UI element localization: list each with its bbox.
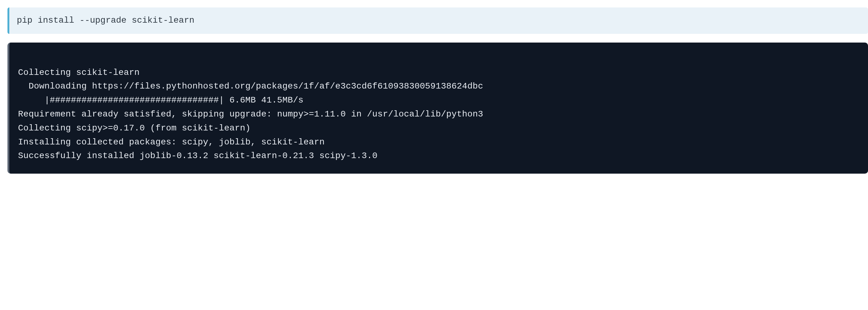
output-line: Collecting scikit-learn <box>18 68 140 77</box>
output-line: |################################| 6.6MB… <box>18 95 309 105</box>
code-output-cell: Collecting scikit-learn Downloading http… <box>7 42 868 174</box>
output-line: Collecting scipy>=0.17.0 (from scikit-le… <box>18 123 251 133</box>
code-input-text: pip install --upgrade scikit-learn <box>17 15 194 25</box>
output-line: Successfully installed joblib-0.13.2 sci… <box>18 151 377 161</box>
output-line: Downloading https://files.pythonhosted.o… <box>18 81 483 91</box>
output-line: Installing collected packages: scipy, jo… <box>18 137 324 147</box>
output-line: Requirement already satisfied, skipping … <box>18 109 483 119</box>
code-input-cell[interactable]: pip install --upgrade scikit-learn <box>7 7 868 34</box>
